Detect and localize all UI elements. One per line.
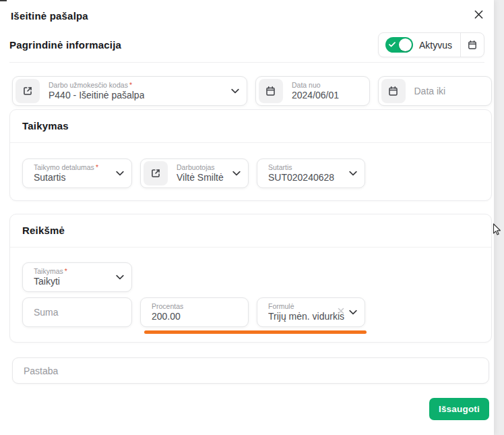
contract-select[interactable]: Sutartis SUT020240628 bbox=[257, 158, 365, 188]
modal-header: Išeitinė pašalpa bbox=[0, 0, 494, 22]
salary-code-select[interactable]: Darbo užmokesčio kodas* P440 - Išeitinė … bbox=[12, 76, 247, 106]
date-to-field[interactable]: Data iki bbox=[378, 76, 493, 106]
value-card: Reikšmė Taikymas* Taikyti Procent bbox=[9, 214, 492, 343]
contract-value: SUT020240628 bbox=[268, 172, 334, 184]
field-text: Procentas 200.00 bbox=[152, 302, 183, 323]
field-text: Darbuotojas Viltė Smiltė bbox=[177, 163, 224, 184]
employee-label: Darbuotojas bbox=[177, 163, 224, 172]
close-button[interactable] bbox=[472, 7, 485, 21]
amount-field[interactable] bbox=[22, 297, 132, 327]
application-card: Taikymas Taikymo detalumas* Sutartis Dar… bbox=[9, 109, 492, 201]
chevron-down-icon bbox=[349, 310, 357, 315]
mouse-cursor bbox=[493, 223, 502, 239]
apply-select[interactable]: Taikymas* Taikyti bbox=[22, 262, 132, 292]
date-from-value: 2024/06/01 bbox=[292, 90, 339, 102]
external-link-icon[interactable] bbox=[15, 79, 40, 103]
application-detail-value: Sutartis bbox=[34, 172, 98, 184]
value-card-body: Taikymas* Taikyti Procentas 200.00 bbox=[10, 248, 491, 342]
note-row bbox=[0, 357, 494, 384]
chevron-down-icon bbox=[231, 88, 239, 94]
header-divider bbox=[9, 62, 484, 63]
application-detail-select[interactable]: Taikymo detalumas* Sutartis bbox=[22, 158, 132, 188]
employee-select[interactable]: Darbuotojas Viltė Smiltė bbox=[140, 158, 249, 188]
apply-label: Taikymas* bbox=[34, 267, 67, 276]
chevron-down-icon bbox=[116, 274, 124, 280]
formula-value: Trijų mėn. vidurkis bbox=[268, 311, 344, 323]
application-detail-label: Taikymo detalumas* bbox=[34, 163, 98, 172]
date-from-field[interactable]: Data nuo 2024/06/01 bbox=[255, 76, 370, 106]
field-text: Darbo užmokesčio kodas* P440 - Išeitinė … bbox=[49, 81, 144, 102]
modal-footer: Išsaugoti bbox=[0, 398, 494, 420]
formula-highlight-bar bbox=[144, 330, 367, 334]
main-fields-row: Darbo užmokesčio kodas* P440 - Išeitinė … bbox=[0, 76, 494, 106]
formula-select[interactable]: Formulė Trijų mėn. vidurkis bbox=[257, 297, 365, 327]
main-section-header: Pagrindinė informacija Aktyvus bbox=[0, 32, 494, 57]
main-section-title: Pagrindinė informacija bbox=[9, 39, 121, 51]
toggle-knob bbox=[399, 38, 412, 51]
severance-pay-modal: Išeitinė pašalpa Pagrindinė informacija … bbox=[0, 0, 494, 435]
active-toggle-group[interactable]: Aktyvus bbox=[379, 33, 460, 57]
calendar-icon bbox=[259, 79, 283, 103]
chevron-down-icon bbox=[349, 171, 357, 176]
clear-icon[interactable] bbox=[338, 308, 344, 314]
field-text: Taikymas* Taikyti bbox=[34, 267, 67, 288]
contract-label: Sutartis bbox=[268, 163, 334, 172]
close-icon bbox=[474, 9, 484, 20]
active-control: Aktyvus bbox=[378, 32, 484, 57]
check-icon bbox=[389, 42, 396, 47]
formula-label: Formulė bbox=[268, 302, 344, 311]
percent-label: Procentas bbox=[152, 302, 183, 311]
active-toggle[interactable] bbox=[385, 37, 413, 53]
application-card-title: Taikymas bbox=[10, 110, 491, 132]
application-card-body: Taikymo detalumas* Sutartis Darbuotojas … bbox=[10, 143, 491, 200]
calendar-icon bbox=[381, 79, 406, 103]
note-field[interactable] bbox=[12, 357, 489, 384]
chevron-down-icon bbox=[116, 171, 124, 176]
salary-code-label: Darbo užmokesčio kodas* bbox=[49, 81, 144, 90]
chevron-down-icon bbox=[232, 171, 241, 176]
background-page-edge bbox=[0, 0, 7, 1]
percent-field[interactable]: Procentas 200.00 bbox=[140, 297, 249, 327]
date-from-label: Data nuo bbox=[292, 81, 339, 90]
value-card-title: Reikšmė bbox=[10, 214, 491, 236]
field-text: Data nuo 2024/06/01 bbox=[292, 81, 339, 102]
apply-value: Taikyti bbox=[34, 276, 67, 288]
calendar-icon bbox=[467, 40, 478, 51]
percent-value: 200.00 bbox=[152, 311, 183, 323]
field-text: Formulė Trijų mėn. vidurkis bbox=[268, 302, 344, 323]
active-toggle-label: Aktyvus bbox=[419, 40, 452, 51]
field-text: Sutartis SUT020240628 bbox=[268, 163, 334, 184]
modal-title: Išeitinė pašalpa bbox=[11, 10, 483, 22]
salary-code-value: P440 - Išeitinė pašalpa bbox=[49, 90, 144, 102]
amount-input[interactable] bbox=[23, 298, 131, 326]
note-input[interactable] bbox=[13, 358, 489, 383]
active-period-button[interactable] bbox=[460, 33, 484, 57]
employee-value: Viltė Smiltė bbox=[177, 172, 224, 184]
external-link-icon[interactable] bbox=[144, 161, 168, 185]
save-button[interactable]: Išsaugoti bbox=[429, 398, 489, 420]
field-text: Taikymo detalumas* Sutartis bbox=[34, 163, 98, 184]
date-to-placeholder: Data iki bbox=[414, 86, 446, 96]
